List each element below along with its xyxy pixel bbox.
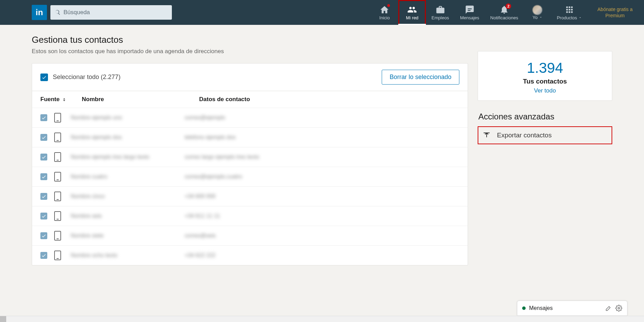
contact-name: Nombre ocho texto: [71, 252, 117, 258]
row-checkbox[interactable]: [40, 232, 47, 239]
bell-icon: 2: [499, 5, 509, 14]
contact-name: Nombre ejemplo dos: [71, 134, 122, 140]
phone-icon: [54, 211, 61, 221]
briefcase-icon: [436, 5, 445, 14]
nav-items: InicioMi redEmpleosMensajes2Notificacion…: [371, 0, 587, 25]
select-all-label: Seleccionar todo (2.277): [53, 74, 120, 81]
table-row[interactable]: Nombre ocho texto+34 622 222: [32, 245, 468, 265]
nav-label: Productos: [557, 15, 582, 20]
phone-icon: [54, 192, 61, 201]
contacts-count-label: Tus contactos: [482, 78, 608, 85]
table-row[interactable]: Nombre ejemplo unocorreo@ejemplo: [32, 108, 468, 127]
phone-icon: [54, 251, 61, 260]
home-icon: [380, 5, 389, 14]
nav-label: Notificaciones: [490, 15, 518, 20]
people-icon: [407, 5, 417, 14]
nav-item-inicio[interactable]: Inicio: [371, 0, 398, 25]
page-subtitle: Estos son los contactos que has importad…: [32, 48, 468, 55]
contacts-summary-card: 1.394 Tus contactos Ver todo: [478, 51, 612, 101]
phone-icon: [54, 152, 61, 162]
contact-name: Nombre ejemplo tres largo texto: [71, 154, 149, 160]
row-checkbox[interactable]: [40, 193, 47, 200]
search-input[interactable]: [64, 9, 168, 16]
caret-down-icon: [578, 16, 582, 19]
table-row[interactable]: Nombre sietecorreo@seis: [32, 226, 468, 245]
contact-name: Nombre cuatro: [71, 174, 107, 179]
messaging-label: Mensajes: [529, 305, 602, 311]
select-all[interactable]: Seleccionar todo (2.277): [40, 74, 120, 81]
phone-icon: [54, 231, 61, 241]
table-body[interactable]: Nombre ejemplo unocorreo@ejemploNombre e…: [32, 108, 468, 265]
contact-data: +34 622 222: [185, 252, 215, 258]
row-checkbox[interactable]: [40, 252, 47, 259]
table-row[interactable]: Nombre ejemplo dostelefono ejemplo dos: [32, 127, 468, 147]
search-box[interactable]: [50, 5, 172, 20]
page-title: Gestiona tus contactos: [32, 35, 468, 45]
nav-item-notificaciones[interactable]: 2Notificaciones: [485, 0, 524, 25]
select-all-checkbox[interactable]: [40, 74, 48, 81]
nav-item-mensajes[interactable]: Mensajes: [455, 0, 485, 25]
row-checkbox[interactable]: [40, 154, 47, 160]
delete-selected-button[interactable]: Borrar lo seleccionado: [382, 70, 459, 85]
export-contacts-button[interactable]: Exportar contactos: [478, 126, 612, 144]
contact-data: correo@seis: [185, 233, 216, 238]
nav-item-empleos[interactable]: Empleos: [426, 0, 455, 25]
contact-name: Nombre siete: [71, 233, 104, 238]
contact-data: correo@ejemplo: [185, 115, 225, 120]
column-fuente-label: Fuente: [40, 96, 60, 103]
nav-label: Mi red: [406, 15, 418, 20]
row-checkbox[interactable]: [40, 213, 47, 219]
nav-label: Yo: [533, 15, 543, 20]
top-navigation: in InicioMi redEmpleosMensajes2Notificac…: [0, 0, 644, 25]
contact-data: correo@ejemplo.cuatro: [185, 174, 242, 179]
nav-item-productos[interactable]: Productos: [551, 0, 587, 25]
contacts-count: 1.394: [482, 60, 608, 76]
premium-link[interactable]: Abónate gratis a Premium: [594, 6, 636, 19]
row-checkbox[interactable]: [40, 134, 47, 141]
export-icon: [482, 131, 491, 139]
column-nombre[interactable]: Nombre: [82, 96, 199, 103]
view-all-link[interactable]: Ver todo: [534, 87, 556, 94]
linkedin-logo[interactable]: in: [32, 5, 47, 20]
contact-data: correo largo ejemplo tres texto: [185, 154, 259, 160]
caret-down-icon: [539, 16, 543, 19]
compose-icon[interactable]: [605, 305, 612, 312]
table-row[interactable]: Nombre cuatrocorreo@ejemplo.cuatro: [32, 167, 468, 186]
table-header: Fuente Nombre Datos de contacto: [32, 91, 468, 108]
contact-name: Nombre ejemplo uno: [71, 115, 122, 120]
contacts-card: Seleccionar todo (2.277) Borrar lo selec…: [32, 63, 468, 265]
gear-icon[interactable]: [615, 305, 622, 312]
nav-item-yo[interactable]: Yo: [524, 0, 551, 25]
sort-icon: [62, 97, 67, 102]
column-datos[interactable]: Datos de contacto: [199, 96, 459, 103]
badge: [387, 4, 390, 7]
phone-icon: [54, 113, 61, 123]
grid-icon: [565, 5, 574, 14]
export-contacts-label: Exportar contactos: [497, 131, 552, 139]
horizontal-scrollbar[interactable]: [0, 316, 644, 322]
messaging-bar[interactable]: Mensajes: [517, 301, 627, 316]
table-row[interactable]: Nombre cinco+34 600 000: [32, 186, 468, 206]
table-row[interactable]: Nombre ejemplo tres largo textocorreo la…: [32, 147, 468, 167]
phone-icon: [54, 172, 61, 182]
column-fuente[interactable]: Fuente: [40, 96, 82, 103]
contact-data: telefono ejemplo dos: [185, 134, 236, 140]
contact-name: Nombre cinco: [71, 193, 105, 199]
badge: 2: [506, 3, 511, 9]
nav-label: Inicio: [379, 15, 390, 20]
row-checkbox[interactable]: [40, 173, 47, 180]
status-online-icon: [522, 306, 526, 310]
nav-item-mi-red[interactable]: Mi red: [398, 0, 426, 25]
nav-label: Empleos: [431, 15, 449, 20]
search-icon: [55, 9, 61, 16]
avatar: [533, 5, 542, 15]
table-row[interactable]: Nombre seis+34 611 11 11: [32, 206, 468, 226]
row-checkbox[interactable]: [40, 114, 47, 121]
advanced-actions-title: Acciones avanzadas: [478, 112, 612, 121]
phone-icon: [54, 133, 61, 142]
nav-label: Mensajes: [460, 15, 479, 20]
svg-point-0: [618, 308, 620, 309]
contact-name: Nombre seis: [71, 213, 102, 219]
contact-data: +34 600 000: [185, 193, 215, 199]
messages-icon: [465, 5, 475, 14]
